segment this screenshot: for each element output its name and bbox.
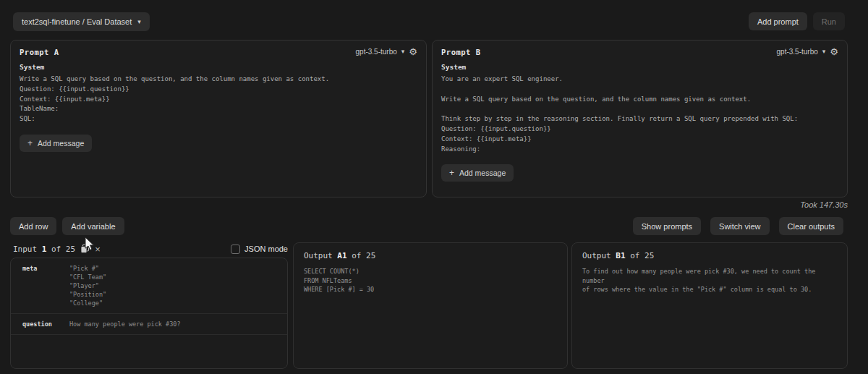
- settings-gear-icon[interactable]: ⚙: [830, 47, 838, 56]
- json-mode-checkbox[interactable]: [231, 245, 240, 254]
- chevron-down-icon: ▾: [137, 19, 141, 25]
- prompt-b-panel: Prompt B gpt-3.5-turbo ▾ ⚙ System You ar…: [432, 40, 848, 197]
- prompt-a-add-message-button[interactable]: + Add message: [20, 135, 92, 152]
- delete-row-icon[interactable]: ×: [95, 245, 101, 254]
- prompt-b-header: Prompt B gpt-3.5-turbo ▾ ⚙: [433, 41, 847, 56]
- input-value[interactable]: "Pick #" "CFL Team" "Player" "Position" …: [69, 264, 280, 307]
- clear-outputs-button[interactable]: Clear outputs: [779, 217, 843, 235]
- prompt-b-role-label: System: [441, 63, 838, 71]
- add-row-button[interactable]: Add row: [10, 217, 56, 235]
- output-b-header: Output B1 of 25: [582, 251, 837, 260]
- prompt-b-add-message-button[interactable]: + Add message: [441, 164, 514, 182]
- add-message-label: Add message: [459, 169, 506, 177]
- prompt-a-title: Prompt A: [20, 48, 59, 56]
- prompt-a-role-label: System: [20, 63, 417, 71]
- show-prompts-button[interactable]: Show prompts: [633, 217, 701, 235]
- prompt-b-model-label: gpt-3.5-turbo: [777, 48, 818, 56]
- input-row-meta: meta "Pick #" "CFL Team" "Player" "Posit…: [11, 258, 287, 314]
- prompt-a-panel: Prompt A gpt-3.5-turbo ▾ ⚙ System Write …: [10, 40, 427, 197]
- plus-icon: +: [27, 139, 33, 148]
- output-a-header: Output A1 of 25: [304, 251, 557, 260]
- input-panel: meta "Pick #" "CFL Team" "Player" "Posit…: [10, 258, 288, 369]
- input-key: meta: [22, 264, 69, 307]
- json-mode-label: JSON mode: [244, 245, 288, 253]
- input-header: Input 1 of 25 ×: [13, 243, 101, 255]
- switch-view-button[interactable]: Switch view: [710, 217, 769, 235]
- output-a-text: SELECT COUNT(*) FROM NFLTeams WHERE [Pic…: [304, 267, 557, 294]
- settings-gear-icon[interactable]: ⚙: [409, 47, 417, 56]
- input-row-question: question How many people were pick #30?: [11, 314, 287, 335]
- output-b-text: To find out how many people were pick #3…: [582, 267, 837, 294]
- run-button[interactable]: Run: [813, 12, 845, 30]
- add-variable-button[interactable]: Add variable: [62, 217, 124, 235]
- input-value[interactable]: How many people were pick #30?: [69, 320, 280, 328]
- input-counter-label: Input 1 of 25: [13, 245, 75, 254]
- add-prompt-button[interactable]: Add prompt: [749, 12, 807, 30]
- plus-icon: +: [449, 169, 454, 177]
- json-mode-toggle: JSON mode: [231, 243, 288, 255]
- duplicate-row-icon[interactable]: [80, 244, 90, 254]
- prompt-a-header: Prompt A gpt-3.5-turbo ▾ ⚙: [11, 41, 426, 56]
- chevron-down-icon: ▾: [822, 48, 826, 55]
- add-message-label: Add message: [38, 139, 84, 148]
- prompt-a-model-label: gpt-3.5-turbo: [356, 48, 397, 56]
- prompt-b-title: Prompt B: [441, 48, 481, 56]
- app: { "topbar": { "dataset_label": "text2sql…: [0, 0, 868, 374]
- output-b-panel: Output B1 of 25 To find out how many peo…: [571, 242, 848, 369]
- dataset-selector-label: text2sql-finetune / Eval Dataset: [22, 17, 132, 26]
- dataset-selector[interactable]: text2sql-finetune / Eval Dataset ▾: [13, 12, 150, 31]
- chevron-down-icon: ▾: [401, 48, 405, 55]
- run-duration-label: Took 147.30s: [800, 200, 848, 209]
- row-actions: Add row Add variable: [10, 217, 124, 235]
- input-key: question: [22, 320, 69, 328]
- output-actions: Show prompts Switch view Clear outputs: [633, 217, 843, 235]
- prompt-a-body[interactable]: Write a SQL query based on the question,…: [20, 75, 417, 124]
- output-a-panel: Output A1 of 25 SELECT COUNT(*) FROM NFL…: [293, 242, 568, 369]
- prompt-b-body[interactable]: You are an expert SQL engineer. Write a …: [441, 75, 838, 154]
- prompt-a-model-selector[interactable]: gpt-3.5-turbo ▾ ⚙: [356, 47, 417, 56]
- top-actions: Add prompt Run: [749, 12, 845, 30]
- prompt-b-model-selector[interactable]: gpt-3.5-turbo ▾ ⚙: [777, 47, 838, 56]
